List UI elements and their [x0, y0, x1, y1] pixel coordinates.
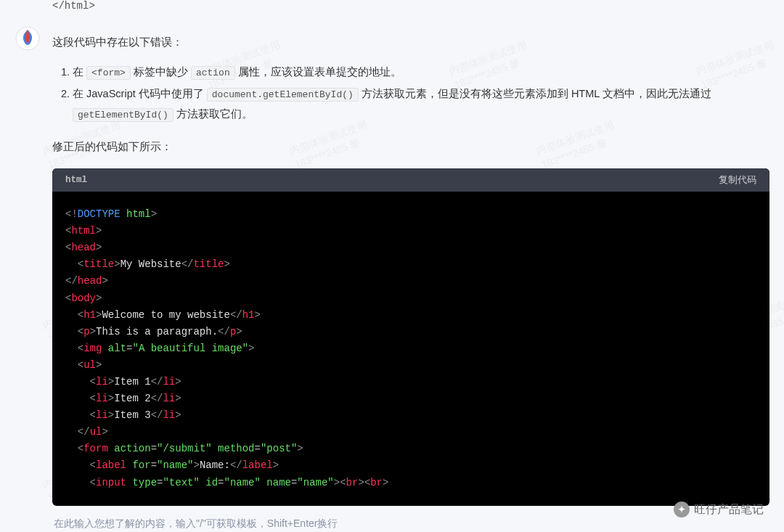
code-content[interactable]: <!DOCTYPE html> <html> <head> <title>My … [52, 192, 769, 506]
assistant-avatar [15, 25, 41, 52]
chat-input-placeholder[interactable]: 在此输入您想了解的内容，输入"/"可获取模板，Shift+Enter换行 [52, 513, 769, 532]
code-header: html 复制代码 [52, 168, 769, 192]
brand-footer: ✦ 旺仔产品笔记 [674, 502, 764, 517]
brand-icon: ✦ [674, 502, 690, 517]
error-item-1: 在 <form> 标签中缺少 action 属性，应该设置表单提交的地址。 [73, 62, 769, 82]
inline-code-form: <form> [86, 66, 131, 80]
copy-code-button[interactable]: 复制代码 [719, 173, 756, 187]
inline-code-action: action [191, 66, 235, 80]
brand-text: 旺仔产品笔记 [694, 502, 764, 517]
inline-code-getelementbyid2: getElementById() [73, 108, 173, 122]
error-item-2: 在 JavaScript 代码中使用了 document.getElementB… [73, 83, 769, 125]
error-list: 在 <form> 标签中缺少 action 属性，应该设置表单提交的地址。 在 … [52, 62, 769, 125]
code-block: html 复制代码 <!DOCTYPE html> <html> <head> … [52, 168, 769, 506]
inline-code-getelementbyid: document.getElementById() [207, 88, 359, 102]
fixed-code-label: 修正后的代码如下所示： [52, 136, 769, 157]
closing-tag-text: </html> [52, 0, 769, 12]
intro-text: 这段代码中存在以下错误： [52, 32, 769, 53]
code-language-label: html [65, 175, 87, 185]
